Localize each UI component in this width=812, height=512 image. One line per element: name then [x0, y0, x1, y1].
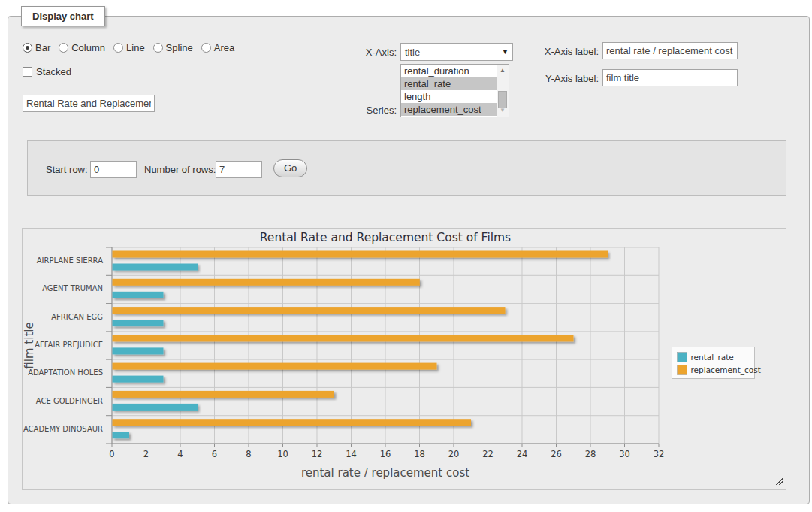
series-options: rental_duration rental_rate length repla… — [401, 65, 497, 117]
svg-text:ACE GOLDFINGER: ACE GOLDFINGER — [36, 397, 103, 405]
go-button[interactable]: Go — [273, 159, 307, 177]
x-axis-label-label: X-Axis label: — [536, 46, 599, 57]
svg-text:rental rate / replacement cost: rental rate / replacement cost — [301, 466, 469, 480]
radio-column-label: Column — [71, 42, 105, 53]
scroll-down-icon[interactable]: ▼ — [497, 105, 508, 116]
svg-text:32: 32 — [654, 449, 665, 459]
series-list-label: Series: — [337, 105, 397, 116]
svg-text:12: 12 — [312, 449, 323, 459]
radio-area[interactable]: Area — [201, 42, 234, 53]
svg-text:AFRICAN EGG: AFRICAN EGG — [51, 313, 103, 321]
radio-line-label: Line — [126, 42, 145, 53]
y-axis-label-input[interactable] — [602, 69, 738, 86]
radio-spline-icon[interactable] — [153, 43, 163, 53]
page: Display chart Bar Column Line Spline Are… — [0, 0, 812, 512]
stacked-label: Stacked — [36, 66, 71, 77]
series-option-replacement-cost[interactable]: replacement_cost — [401, 103, 497, 116]
svg-text:18: 18 — [414, 449, 425, 459]
bar-chart: 02468101214161820222426283032AIRPLANE SI… — [23, 229, 786, 492]
stacked-checkbox[interactable] — [23, 67, 32, 77]
num-rows-input[interactable] — [216, 161, 262, 178]
dropdown-arrow-icon: ▼ — [502, 48, 509, 56]
svg-text:16: 16 — [380, 449, 391, 459]
svg-text:26: 26 — [551, 449, 562, 459]
radio-spline-label: Spline — [166, 42, 193, 53]
y-axis-label-label: Y-Axis label: — [536, 73, 599, 84]
radio-line-icon[interactable] — [113, 43, 123, 53]
svg-text:14: 14 — [346, 449, 357, 459]
svg-text:rental_rate: rental_rate — [691, 353, 734, 362]
chart-type-radio-group: Bar Column Line Spline Area — [23, 42, 234, 53]
radio-area-label: Area — [214, 42, 234, 53]
x-axis-select-label: X-Axis: — [337, 47, 397, 58]
svg-text:AGENT TRUMAN: AGENT TRUMAN — [42, 284, 103, 292]
radio-bar-icon[interactable] — [23, 43, 32, 53]
scroll-up-icon[interactable]: ▲ — [497, 65, 508, 76]
svg-text:AIRPLANE SIERRA: AIRPLANE SIERRA — [37, 256, 103, 265]
radio-line[interactable]: Line — [113, 42, 145, 53]
svg-text:film title: film title — [23, 322, 36, 368]
svg-text:6: 6 — [212, 449, 217, 459]
svg-text:24: 24 — [517, 449, 528, 459]
radio-area-icon[interactable] — [201, 43, 211, 53]
chart-title-input[interactable] — [23, 95, 155, 112]
svg-text:8: 8 — [246, 449, 251, 459]
svg-text:20: 20 — [448, 449, 460, 459]
svg-text:Rental Rate and Replacement Co: Rental Rate and Replacement Cost of Film… — [260, 231, 511, 244]
start-row-input[interactable] — [90, 161, 137, 178]
series-listbox[interactable]: rental_duration rental_rate length repla… — [400, 64, 509, 117]
series-option-length[interactable]: length — [401, 90, 497, 103]
x-axis-label-input[interactable] — [602, 42, 738, 59]
svg-text:2: 2 — [143, 449, 149, 459]
svg-text:0: 0 — [109, 449, 114, 459]
svg-text:4: 4 — [177, 449, 183, 459]
fieldset-legend: Display chart — [21, 6, 105, 26]
svg-text:28: 28 — [585, 449, 596, 459]
num-rows-label: Number of rows: — [144, 164, 216, 175]
stacked-row: Stacked — [23, 66, 71, 77]
radio-column[interactable]: Column — [59, 42, 105, 53]
chart-container: 02468101214161820222426283032AIRPLANE SI… — [22, 228, 786, 490]
svg-text:replacement_cost: replacement_cost — [691, 365, 761, 375]
x-axis-select-value: title — [405, 47, 420, 58]
radio-bar-label: Bar — [35, 42, 50, 53]
rows-panel: Start row: Number of rows: Go — [27, 140, 786, 196]
x-axis-select[interactable]: title ▼ — [400, 43, 513, 61]
radio-column-icon[interactable] — [59, 43, 68, 53]
svg-text:10: 10 — [277, 449, 288, 459]
svg-text:22: 22 — [482, 449, 494, 459]
svg-text:AFFAIR PREJUDICE: AFFAIR PREJUDICE — [35, 341, 103, 349]
series-option-rental-rate[interactable]: rental_rate — [401, 77, 497, 90]
svg-text:ACADEMY DINOSAUR: ACADEMY DINOSAUR — [23, 425, 103, 433]
radio-spline[interactable]: Spline — [153, 42, 193, 53]
series-option-rental-duration[interactable]: rental_duration — [401, 65, 497, 77]
svg-text:ADAPTATION HOLES: ADAPTATION HOLES — [28, 368, 103, 377]
start-row-label: Start row: — [46, 164, 88, 175]
radio-bar[interactable]: Bar — [23, 42, 50, 53]
svg-text:30: 30 — [619, 449, 630, 459]
listbox-scrollbar[interactable]: ▲ ▼ — [497, 65, 509, 117]
